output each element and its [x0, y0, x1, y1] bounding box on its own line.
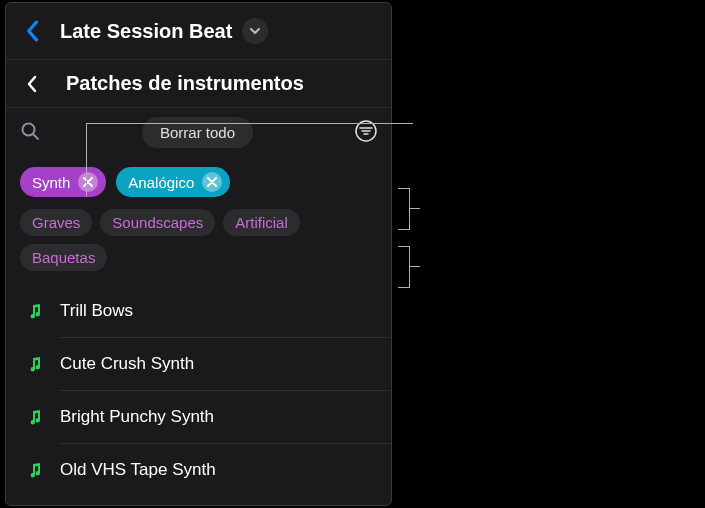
active-filters-row: Synth Analógico — [6, 157, 391, 205]
callout-bracket — [398, 188, 410, 230]
browser-back-button[interactable] — [16, 68, 48, 100]
project-dropdown[interactable] — [242, 18, 268, 44]
chip-label: Analógico — [128, 174, 194, 191]
chip-remove[interactable] — [202, 172, 222, 192]
chip-remove[interactable] — [78, 172, 98, 192]
callout-line — [410, 266, 420, 267]
music-note-icon — [24, 406, 46, 428]
music-note-icon — [24, 300, 46, 322]
patch-item[interactable]: Bright Punchy Synth — [6, 391, 391, 443]
patch-item[interactable]: Old VHS Tape Synth — [6, 444, 391, 496]
svg-line-1 — [34, 134, 39, 139]
search-button[interactable] — [20, 121, 40, 145]
chip-label: Synth — [32, 174, 70, 191]
suggestion-chip[interactable]: Graves — [20, 209, 92, 236]
suggested-filters-row: Graves Soundscapes Artificial Baquetas — [6, 205, 391, 285]
callout-line — [86, 123, 87, 197]
patch-name: Cute Crush Synth — [60, 354, 194, 374]
filter-chip-analogico[interactable]: Analógico — [116, 167, 230, 197]
search-icon — [20, 121, 40, 141]
patch-name: Old VHS Tape Synth — [60, 460, 216, 480]
patch-name: Bright Punchy Synth — [60, 407, 214, 427]
back-button[interactable] — [16, 15, 48, 47]
patch-name: Trill Bows — [60, 301, 133, 321]
browser-panel: Late Session Beat Patches de instrumento… — [5, 2, 392, 506]
chevron-left-icon — [25, 74, 39, 94]
music-note-icon — [24, 353, 46, 375]
suggestion-chip[interactable]: Artificial — [223, 209, 300, 236]
suggestion-chip[interactable]: Baquetas — [20, 244, 107, 271]
callout-bracket — [398, 246, 410, 288]
svg-point-0 — [23, 123, 35, 135]
patch-list: Trill Bows Cute Crush Synth Bright Punch… — [6, 285, 391, 496]
browser-title: Patches de instrumentos — [66, 72, 304, 95]
sub-header: Patches de instrumentos — [6, 59, 391, 107]
clear-all-button[interactable]: Borrar todo — [142, 117, 253, 148]
close-icon — [207, 177, 217, 187]
callout-line — [86, 123, 413, 124]
suggestion-chip[interactable]: Soundscapes — [100, 209, 215, 236]
close-icon — [83, 177, 93, 187]
top-bar: Late Session Beat — [6, 3, 391, 59]
chevron-left-icon — [25, 20, 39, 42]
filter-bar: Borrar todo — [6, 107, 391, 157]
project-title: Late Session Beat — [60, 20, 232, 43]
chevron-down-icon — [249, 25, 261, 37]
filter-chip-synth[interactable]: Synth — [20, 167, 106, 197]
patch-item[interactable]: Cute Crush Synth — [6, 338, 391, 390]
music-note-icon — [24, 459, 46, 481]
patch-item[interactable]: Trill Bows — [6, 285, 391, 337]
callout-line — [410, 208, 420, 209]
